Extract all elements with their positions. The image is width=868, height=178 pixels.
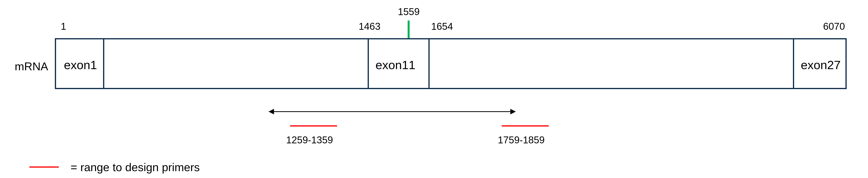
lane-label-mrna: mRNA xyxy=(15,61,48,72)
reverse-primer-range-line xyxy=(502,125,549,127)
arrow-right-head xyxy=(510,109,516,114)
arrow-left-head xyxy=(269,109,274,114)
divider-exon11-right xyxy=(428,39,430,88)
mrna-bar: exon1 exon11 exon27 xyxy=(55,38,847,89)
legend-red-line xyxy=(29,167,59,168)
pos-start-label: 1 xyxy=(61,22,66,31)
legend-text: = range to design primers xyxy=(70,162,200,173)
pos-end-label: 6070 xyxy=(823,22,845,31)
divider-after-exon1 xyxy=(103,39,104,88)
exon11-label: exon11 xyxy=(375,59,415,71)
reverse-primer-range-label: 1759-1859 xyxy=(498,135,545,145)
amplicon-arrow xyxy=(274,111,511,112)
forward-primer-range-line xyxy=(290,125,337,127)
forward-primer-range-label: 1259-1359 xyxy=(286,135,333,145)
pos-exon11-start-label: 1463 xyxy=(359,22,380,31)
divider-exon11-left xyxy=(368,39,369,88)
divider-exon27-left xyxy=(793,39,794,88)
pos-exon11-end-label: 1654 xyxy=(431,22,453,31)
diagram-canvas: 1 1463 1559 1654 6070 mRNA exon1 exon11 … xyxy=(0,0,868,178)
exon1-label: exon1 xyxy=(64,59,97,71)
pos-marker-label: 1559 xyxy=(398,7,420,16)
exon27-label: exon27 xyxy=(801,59,841,71)
green-marker-tick xyxy=(408,21,410,38)
